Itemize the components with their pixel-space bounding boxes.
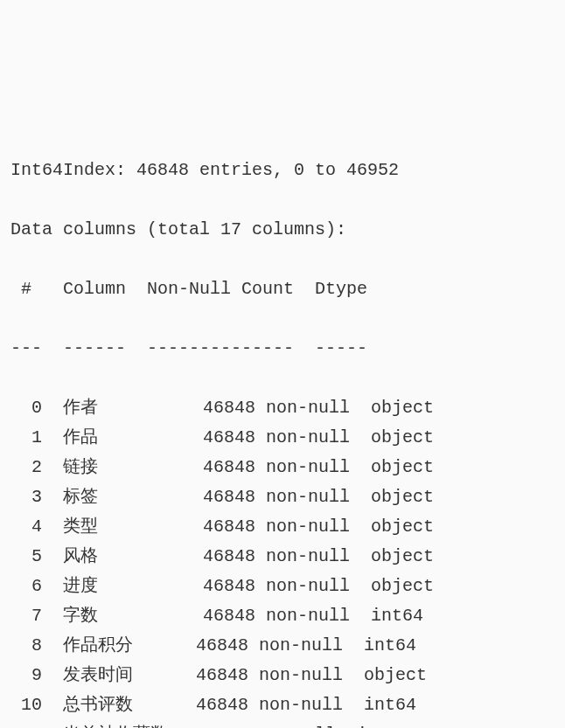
dataframe-info-output: Int64Index: 46848 entries, 0 to 46952 Da… — [10, 126, 555, 728]
table-header-line: # Column Non-Null Count Dtype — [10, 274, 555, 304]
column-rows: 0 作者 46848 non-null object 1 作品 46848 no… — [10, 393, 555, 728]
index-info-line: Int64Index: 46848 entries, 0 to 46952 — [10, 156, 555, 185]
column-row: 9 发表时间 46848 non-null object — [10, 661, 555, 690]
column-row: 4 类型 46848 non-null object — [10, 512, 555, 542]
column-row: 5 风格 46848 non-null object — [10, 542, 555, 572]
column-row: 3 标签 46848 non-null object — [10, 482, 555, 512]
column-row: 7 字数 46848 non-null int64 — [10, 601, 555, 631]
separator-line: --- ------ -------------- ----- — [10, 334, 555, 364]
column-row: 0 作者 46848 non-null object — [10, 393, 555, 423]
column-row: 10 总书评数 46848 non-null int64 — [10, 690, 555, 720]
columns-info-line: Data columns (total 17 columns): — [10, 215, 555, 245]
column-row: 1 作品 46848 non-null object — [10, 423, 555, 453]
column-row: 6 进度 46848 non-null object — [10, 572, 555, 601]
column-row: 8 作品积分 46848 non-null int64 — [10, 631, 555, 661]
column-row: 2 链接 46848 non-null object — [10, 453, 555, 482]
column-row: 11 当前被收藏数 46848 non-null int64 — [10, 720, 555, 728]
